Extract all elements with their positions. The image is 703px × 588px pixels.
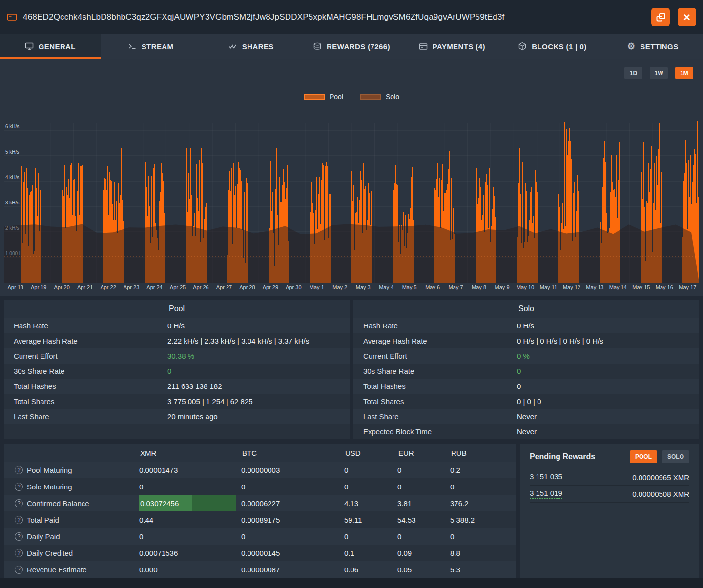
cell-rub: 376.2: [450, 499, 516, 507]
column-header-usd: USD: [344, 449, 397, 457]
pool-stats-table: Pool Hash Rate0 H/s Average Hash Rate2.2…: [4, 300, 350, 439]
tab-blocks[interactable]: BLOCKS (1 | 0): [502, 34, 603, 59]
legend-item-pool[interactable]: Pool: [304, 93, 343, 101]
hashrate-chart-section: 1D 1W 1M PoolSolo 6 kH/s5 kH/s4 kH/s3 kH…: [0, 59, 703, 296]
stat-row-last-share: Last Share20 minutes ago: [4, 409, 350, 424]
cell-xmr: 0: [139, 483, 241, 491]
cell-xmr-highlighted: 0.03072456: [139, 495, 236, 511]
cell-xmr: 0.00001473: [139, 466, 241, 474]
cell-eur: 3.81: [397, 499, 450, 507]
tab-label: SETTINGS: [640, 42, 678, 51]
cell-btc: 0.00000145: [241, 549, 344, 557]
cell-rub: 0: [450, 532, 516, 541]
x-axis-label: Apr 22: [100, 284, 116, 290]
cell-usd: 0: [344, 483, 397, 491]
stat-value: 0 H/s | 0 H/s | 0 H/s | 0 H/s: [517, 337, 603, 345]
help-icon[interactable]: ?: [15, 466, 23, 474]
close-button[interactable]: ✕: [678, 8, 696, 26]
help-icon[interactable]: ?: [15, 566, 23, 574]
block-height-link[interactable]: 3 151 035: [530, 472, 562, 482]
x-axis-label: May 10: [517, 284, 534, 290]
solo-stats-table: Solo Hash Rate0 H/s Average Hash Rate0 H…: [353, 300, 699, 439]
stat-row-average-hash-rate: Average Hash Rate2.22 kH/s | 2.33 kH/s |…: [4, 333, 350, 348]
terminal-icon: [128, 42, 137, 50]
x-axis-label: May 13: [586, 284, 603, 290]
x-axis-label: May 3: [356, 284, 371, 290]
stat-label: 30s Share Rate: [363, 367, 517, 375]
tab-stream[interactable]: STREAM: [101, 34, 201, 59]
stat-row-total-hashes: Total Hashes0: [353, 379, 699, 394]
x-axis-label: May 1: [310, 284, 324, 290]
x-axis-label: Apr 25: [170, 284, 186, 290]
cell-usd: 0: [344, 532, 397, 541]
stat-label: Last Share: [363, 412, 517, 421]
tab-label: STREAM: [142, 42, 174, 51]
stat-row-expected-block-time: Expected Block TimeNever: [353, 424, 699, 439]
range-1w-button[interactable]: 1W: [650, 67, 668, 79]
pending-amount: 0.00000508 XMR: [632, 490, 689, 498]
cell-xmr: 0.000: [139, 566, 241, 574]
help-icon[interactable]: ?: [15, 499, 23, 507]
help-icon[interactable]: ?: [15, 483, 23, 491]
stat-value: 0 %: [517, 352, 530, 360]
legend-label: Pool: [330, 93, 343, 101]
pending-solo-button[interactable]: SOLO: [662, 450, 689, 463]
stat-label: Hash Rate: [363, 322, 517, 330]
tab-payments[interactable]: PAYMENTS (4): [402, 34, 502, 59]
cell-xmr: 0: [139, 532, 241, 541]
gear-icon: ⚙: [627, 42, 636, 51]
balance-table-header: XMR BTC USD EUR RUB: [4, 444, 516, 462]
range-1d-button[interactable]: 1D: [624, 67, 642, 79]
tab-label: PAYMENTS (4): [433, 42, 485, 51]
stat-row-30s-share-rate: 30s Share Rate0: [353, 364, 699, 379]
stat-row-last-share: Last ShareNever: [353, 409, 699, 424]
stat-value: 0 H/s: [517, 322, 534, 330]
tab-rewards[interactable]: REWARDS (7266): [301, 34, 402, 59]
cell-xmr: 0.44: [139, 516, 241, 524]
pool-stats-title: Pool: [4, 300, 350, 318]
help-icon[interactable]: ?: [15, 549, 23, 557]
help-icon[interactable]: ?: [15, 532, 23, 541]
stat-value: 2.22 kH/s | 2.33 kH/s | 3.04 kH/s | 3.37…: [167, 337, 309, 345]
legend-swatch: [360, 94, 381, 100]
column-header-rub: RUB: [450, 449, 516, 457]
footer-bar: [0, 578, 703, 588]
tab-settings[interactable]: ⚙ SETTINGS: [602, 34, 703, 59]
pending-pool-button[interactable]: POOL: [630, 450, 657, 463]
column-header-xmr: XMR: [139, 449, 241, 457]
range-1m-button[interactable]: 1M: [675, 67, 693, 79]
cell-btc: 0.00006227: [241, 499, 344, 507]
legend-swatch: [304, 94, 325, 100]
tab-general[interactable]: GENERAL: [0, 34, 101, 59]
table-row-pool-maturing: ?Pool Maturing 0.00001473 0.00000003 0 0…: [4, 462, 516, 478]
block-height-link[interactable]: 3 151 019: [530, 489, 562, 499]
table-row-daily-credited: ?Daily Credited 0.00071536 0.00000145 0.…: [4, 545, 516, 561]
tab-label: SHARES: [242, 42, 274, 51]
row-label: Total Paid: [27, 516, 59, 524]
tab-label: GENERAL: [39, 42, 76, 51]
tab-shares[interactable]: SHARES: [201, 34, 301, 59]
copy-address-button[interactable]: [651, 8, 670, 26]
column-header-btc: BTC: [241, 449, 344, 457]
hashrate-chart[interactable]: 6 kH/s5 kH/s4 kH/s3 kH/s2 kH/s1 000 H/s: [4, 115, 699, 283]
row-label: Pool Maturing: [27, 466, 72, 474]
stat-label: Total Shares: [14, 397, 167, 406]
stat-label: Average Hash Rate: [363, 337, 517, 345]
x-axis-label: May 9: [495, 284, 510, 290]
help-icon[interactable]: ?: [15, 516, 23, 524]
x-axis-label: Apr 27: [216, 284, 232, 290]
tab-label: REWARDS (7266): [327, 42, 390, 51]
stat-value: 30.38 %: [167, 352, 194, 360]
x-axis-label: May 2: [332, 284, 347, 290]
stat-value: 0: [517, 367, 521, 375]
table-row-revenue-estimate: ?Revenue Estimate 0.000 0.00000087 0.06 …: [4, 561, 516, 578]
chart-legend: PoolSolo: [0, 92, 703, 101]
table-row-total-paid: ?Total Paid 0.44 0.00089175 59.11 54.53 …: [4, 511, 516, 528]
miner-dashboard: 468ED2Qcchk4shLbD8bhbC3qz2GFXqjAUWPY3VGb…: [0, 0, 703, 588]
x-axis-label: May 12: [563, 284, 580, 290]
row-label: Daily Credited: [27, 549, 73, 557]
cell-rub: 0: [450, 483, 516, 491]
stat-row-average-hash-rate: Average Hash Rate0 H/s | 0 H/s | 0 H/s |…: [353, 333, 699, 348]
stat-label: Current Effort: [363, 352, 517, 360]
legend-item-solo[interactable]: Solo: [360, 93, 399, 101]
